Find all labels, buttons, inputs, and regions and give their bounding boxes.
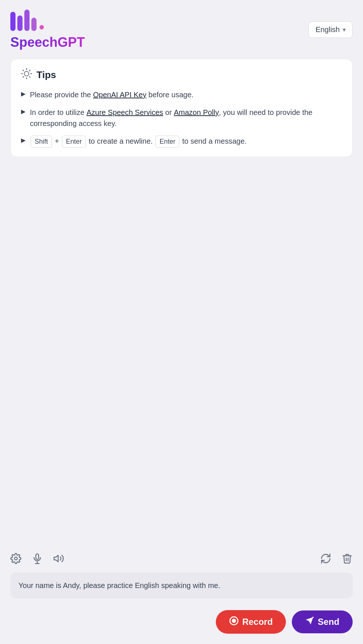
svg-marker-17 [306, 617, 313, 624]
reset-icon[interactable] [320, 553, 331, 567]
settings-icon[interactable] [10, 553, 21, 567]
volume-icon[interactable] [53, 553, 64, 567]
tips-header: Tips [21, 68, 342, 82]
logo-dot [39, 25, 44, 29]
action-buttons: Record Send [0, 604, 363, 644]
language-label: English [315, 25, 340, 34]
send-button[interactable]: Send [292, 610, 353, 633]
logo-bar-3 [24, 10, 30, 31]
tip-text-2: In order to utilize Azure Speech Service… [30, 107, 342, 129]
svg-line-4 [30, 77, 30, 77]
svg-point-9 [14, 557, 17, 560]
tip-arrow-icon: ▶ [21, 108, 25, 115]
lightbulb-icon [21, 68, 32, 82]
list-item: ▶ Shift + Enter to create a newline. Ent… [21, 136, 342, 148]
tips-title: Tips [37, 69, 56, 81]
logo-bars [10, 9, 85, 31]
svg-point-15 [232, 619, 235, 623]
tip-text-1: Please provide the OpenAI API Key before… [30, 89, 194, 100]
logo-bar-2 [17, 15, 23, 31]
chat-area [0, 160, 363, 547]
bottom-toolbar [0, 547, 363, 573]
chevron-down-icon: ▾ [343, 26, 346, 33]
svg-rect-10 [36, 554, 39, 560]
azure-speech-link[interactable]: Azure Speech Services [86, 108, 163, 116]
amazon-polly-link[interactable]: Amazon Polly [174, 108, 219, 116]
tip-arrow-icon: ▶ [21, 90, 25, 97]
header: SpeechGPT English ▾ [0, 0, 363, 56]
svg-point-0 [24, 71, 29, 76]
record-icon [229, 616, 239, 628]
app-title: SpeechGPT [10, 35, 85, 50]
logo-bar-4 [31, 18, 37, 31]
record-button[interactable]: Record [216, 610, 286, 634]
input-area[interactable]: Your name is Andy, please practice Engli… [10, 573, 353, 598]
send-icon [305, 616, 314, 627]
shift-key: Shift [31, 136, 52, 148]
list-item: ▶ In order to utilize Azure Speech Servi… [21, 107, 342, 129]
enter-key-2: Enter [155, 136, 179, 148]
microphone-icon[interactable] [32, 553, 43, 567]
input-text: Your name is Andy, please practice Engli… [18, 580, 345, 591]
record-label: Record [242, 617, 273, 627]
trash-icon[interactable] [342, 553, 353, 567]
language-selector[interactable]: English ▾ [308, 21, 353, 38]
tip-arrow-icon: ▶ [21, 137, 25, 144]
svg-line-7 [23, 77, 24, 77]
tips-list: ▶ Please provide the OpenAI API Key befo… [21, 89, 342, 148]
svg-line-8 [30, 70, 30, 71]
enter-key-1: Enter [62, 136, 86, 148]
toolbar-left [10, 553, 64, 567]
svg-line-3 [23, 70, 24, 71]
openai-api-key-link[interactable]: OpenAI API Key [93, 91, 146, 99]
send-label: Send [318, 617, 339, 627]
tip-text-3: Shift + Enter to create a newline. Enter… [30, 136, 247, 148]
logo-bar-1 [10, 12, 15, 31]
logo-area: SpeechGPT [10, 9, 85, 50]
toolbar-right [320, 553, 353, 567]
svg-marker-13 [54, 555, 58, 562]
list-item: ▶ Please provide the OpenAI API Key befo… [21, 89, 342, 100]
tips-card: Tips ▶ Please provide the OpenAI API Key… [10, 59, 353, 157]
